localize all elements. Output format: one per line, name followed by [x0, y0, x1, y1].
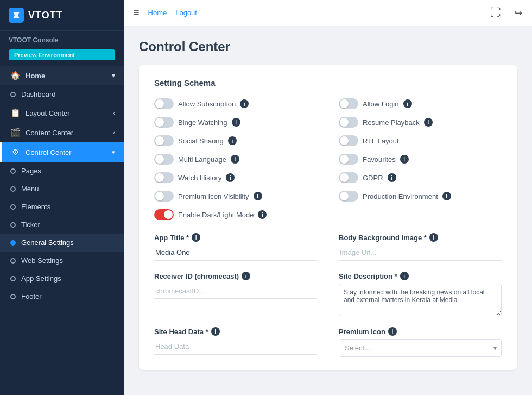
dark-light-toggle[interactable]: [154, 209, 174, 220]
resume-playback-info-icon[interactable]: i: [424, 118, 433, 127]
sidebar-item-layout-center[interactable]: 📋 Layout Center ‹: [0, 103, 124, 123]
sidebar-item-general-settings[interactable]: General Settings: [0, 234, 124, 252]
sidebar-item-menu[interactable]: Menu: [0, 180, 124, 198]
production-environment-toggle[interactable]: [339, 191, 358, 202]
receiver-id-field: Receiver ID (chromecast) i: [154, 272, 317, 316]
layout-icon: 📋: [10, 108, 20, 118]
binge-watching-info-icon[interactable]: i: [232, 118, 240, 127]
share-icon[interactable]: ↪: [514, 7, 522, 19]
binge-watching-toggle[interactable]: [154, 117, 174, 128]
fullscreen-icon[interactable]: ⛶: [490, 7, 501, 19]
card-title: Setting Schema: [154, 78, 502, 87]
sidebar-item-label: Control Center: [26, 148, 72, 156]
production-environment-info-icon[interactable]: i: [442, 192, 451, 200]
form-grid: App Title * i Body Background Image * i …: [154, 233, 502, 357]
sidebar-item-pages[interactable]: Pages: [0, 162, 124, 180]
premium-icon-field: Premium Icon i Select... ▾: [339, 327, 502, 357]
sidebar-item-label: Content Center: [26, 129, 73, 137]
circle-icon: [10, 92, 16, 97]
home-icon: 🏠: [10, 71, 20, 80]
sidebar-item-footer[interactable]: Footer: [0, 287, 124, 305]
app-title-input[interactable]: [154, 245, 317, 261]
premium-icon-select[interactable]: Select...: [339, 340, 501, 356]
site-head-data-input[interactable]: [154, 339, 317, 355]
logout-link[interactable]: Logout: [175, 9, 197, 17]
social-sharing-info-icon[interactable]: i: [228, 136, 237, 145]
sidebar-item-web-settings[interactable]: Web Settings: [0, 252, 124, 269]
circle-icon: [10, 168, 16, 174]
watch-history-label: Watch History: [178, 174, 221, 182]
allow-login-toggle[interactable]: [339, 98, 358, 109]
topbar: ≡ Home Logout ⛶ ↪: [124, 0, 532, 26]
toggle-row-multi-language: Multi Language i: [154, 154, 317, 165]
sidebar-item-dashboard[interactable]: Dashboard: [0, 85, 124, 103]
chevron-left-icon: ‹: [113, 129, 115, 136]
multi-language-info-icon[interactable]: i: [231, 155, 239, 164]
sidebar-item-elements[interactable]: Elements: [0, 198, 124, 216]
gdpr-info-icon[interactable]: i: [388, 173, 396, 182]
receiver-id-input[interactable]: [154, 284, 317, 299]
watch-history-toggle[interactable]: [154, 172, 174, 183]
home-link[interactable]: Home: [148, 9, 167, 17]
sidebar-item-label: Web Settings: [21, 256, 63, 265]
receiver-id-info-icon[interactable]: i: [242, 272, 250, 280]
body-bg-label: Body Background Image * i: [339, 233, 502, 242]
toggle-row-watch-history: Watch History i: [154, 172, 317, 183]
multi-language-toggle[interactable]: [154, 154, 174, 165]
sidebar-item-content-center[interactable]: 🎬 Content Center ‹: [0, 123, 124, 142]
toggle-row-allow-subscription: Allow Subscription i: [154, 98, 317, 109]
sidebar-item-app-settings[interactable]: App Settings: [0, 269, 124, 287]
main-content: ≡ Home Logout ⛶ ↪ Control Center Setting…: [124, 0, 532, 395]
toggle-row-dark-light: Enable Dark/Light Mode i: [154, 209, 317, 220]
sidebar-item-ticker[interactable]: Ticker: [0, 216, 124, 234]
circle-icon: [10, 240, 16, 246]
social-sharing-label: Social Sharing: [178, 137, 224, 145]
premium-icon-visibility-toggle[interactable]: [154, 191, 174, 202]
sidebar-item-label: Menu: [21, 185, 39, 193]
social-sharing-toggle[interactable]: [154, 135, 174, 146]
favourites-toggle[interactable]: [339, 154, 358, 165]
allow-subscription-label: Allow Subscription: [178, 100, 236, 108]
multi-language-label: Multi Language: [178, 155, 226, 164]
allow-subscription-toggle[interactable]: [154, 98, 174, 109]
sidebar-logo[interactable]: VTOTT: [0, 0, 124, 31]
binge-watching-label: Binge Watching: [178, 118, 227, 127]
env-badge: Preview Environment: [9, 49, 115, 60]
sidebar-item-label: Layout Center: [26, 109, 70, 117]
site-head-data-info-icon[interactable]: i: [211, 327, 220, 336]
body-bg-field: Body Background Image * i: [339, 233, 502, 261]
premium-icon-info-icon[interactable]: i: [388, 327, 397, 336]
circle-icon: [10, 222, 16, 228]
body-bg-info-icon[interactable]: i: [429, 233, 438, 242]
dark-light-info-icon[interactable]: i: [258, 210, 267, 219]
site-description-textarea[interactable]: Stay informed with the breaking news on …: [339, 284, 502, 316]
sidebar-item-control-center[interactable]: ⚙ Control Center ▾: [0, 142, 124, 162]
toggle-row-resume-playback: Resume Playback i: [339, 117, 502, 128]
console-label: VTOOT Console: [0, 31, 124, 47]
rtl-layout-toggle[interactable]: [339, 135, 358, 146]
site-description-info-icon[interactable]: i: [400, 272, 409, 280]
gdpr-toggle[interactable]: [339, 172, 358, 183]
sidebar-item-home[interactable]: 🏠 Home ▾: [0, 66, 124, 85]
favourites-info-icon[interactable]: i: [400, 155, 409, 164]
premium-icon-visibility-info-icon[interactable]: i: [254, 192, 262, 200]
favourites-label: Favourites: [363, 155, 396, 164]
production-environment-label: Production Environment: [363, 192, 438, 200]
app-title-info-icon[interactable]: i: [192, 233, 200, 242]
allow-subscription-info-icon[interactable]: i: [240, 99, 249, 108]
sidebar-item-label: Dashboard: [21, 90, 56, 98]
toggle-row-premium-icon-visibility: Premium Icon Visibility i: [154, 191, 317, 202]
hamburger-icon[interactable]: ≡: [134, 7, 140, 18]
watch-history-info-icon[interactable]: i: [226, 173, 235, 182]
toggle-row-rtl-layout: RTL Layout: [339, 135, 502, 146]
site-description-field: Site Description * i Stay informed with …: [339, 272, 502, 316]
toggle-row-favourites: Favourites i: [339, 154, 502, 165]
app-title-label: App Title * i: [154, 233, 317, 242]
body-bg-input[interactable]: [339, 245, 502, 261]
app-title-field: App Title * i: [154, 233, 317, 261]
allow-login-info-icon[interactable]: i: [403, 99, 412, 108]
resume-playback-toggle[interactable]: [339, 117, 358, 128]
receiver-id-label: Receiver ID (chromecast) i: [154, 272, 317, 280]
page-title: Control Center: [139, 39, 517, 54]
sidebar: VTOTT VTOOT Console Preview Environment …: [0, 0, 124, 395]
